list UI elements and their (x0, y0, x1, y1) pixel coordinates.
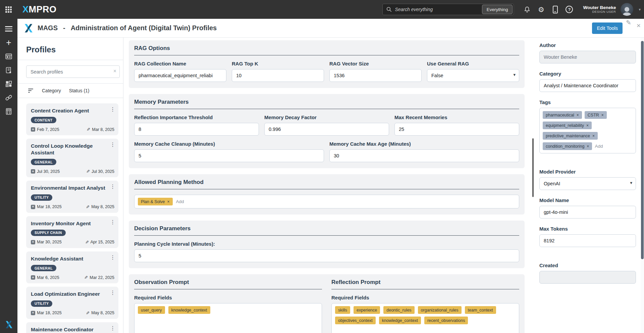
add-new-icon[interactable]: + (2, 36, 15, 49)
category-label: Category (539, 71, 636, 77)
details-panel: Author Category Tags pharmaceutical× CST… (534, 38, 641, 333)
required-field-tag[interactable]: user_query (138, 306, 165, 314)
profile-card[interactable]: Maintenance Coordinator Agent ⋮ (26, 322, 118, 333)
required-field-tag[interactable]: team_context (465, 306, 496, 314)
card-kebab-icon[interactable]: ⋮ (110, 255, 115, 260)
user-caret-down-icon[interactable]: ▾ (639, 7, 641, 12)
category-badge: GENERAL (31, 159, 56, 165)
modified-icon: ✎ (86, 204, 90, 209)
profiles-list: Content Creation Agent ⋮ CONTENT +Feb 7,… (26, 103, 120, 333)
profile-card[interactable]: Environmental Impact Analyst ⋮ UTILITY +… (26, 181, 118, 212)
rag-topk-input[interactable] (232, 69, 324, 82)
profile-card[interactable]: Inventory Monitor Agent ⋮ SUPPLY CHAIN +… (26, 216, 118, 248)
required-field-tag[interactable]: organizational_rules (418, 306, 462, 314)
filter-icon[interactable] (28, 88, 34, 93)
planning-cycle-input[interactable] (134, 249, 519, 262)
reflection-required-fields[interactable]: skills experience deontic_rules organiza… (331, 303, 519, 333)
app-window-icon[interactable] (2, 50, 15, 63)
profile-card[interactable]: Knowledge Assistant ⋮ GENERAL +Mar 6, 20… (26, 251, 118, 283)
help-icon[interactable]: ? (564, 4, 575, 15)
tag-remove-icon[interactable]: × (577, 113, 579, 117)
user-menu[interactable]: Wouter Beneke DESIGN USER (583, 5, 616, 14)
card-kebab-icon[interactable]: ⋮ (110, 107, 115, 112)
link-icon[interactable] (2, 91, 15, 104)
use-general-rag-label: Use General RAG (427, 61, 519, 66)
category-input[interactable] (539, 79, 636, 92)
reflection-threshold-input[interactable] (134, 123, 259, 136)
tags-box[interactable]: pharmaceutical× CSTR× equipment_reliabil… (539, 108, 636, 153)
tag: predictive_maintenance× (543, 132, 598, 140)
required-field-tag[interactable]: knowledge_context (168, 306, 210, 314)
script-document-icon[interactable] (2, 63, 15, 77)
sidebar-toggle-hamburger-icon[interactable] (2, 22, 15, 36)
card-kebab-icon[interactable]: ⋮ (110, 184, 115, 189)
section-title: Allowed Planning Method (134, 179, 519, 186)
global-search: Everything (382, 4, 514, 15)
search-icon (386, 6, 392, 12)
required-field-tag[interactable]: knowledge_context (379, 317, 421, 324)
cache-max-age-input[interactable] (329, 149, 519, 162)
settings-gear-icon[interactable]: ⚙ (535, 4, 547, 15)
max-recent-memories-input[interactable] (394, 123, 519, 136)
profile-card[interactable]: Content Creation Agent ⋮ CONTENT +Feb 7,… (26, 103, 118, 135)
tag-remove-icon[interactable]: × (601, 113, 604, 117)
add-method-hint[interactable]: Add (176, 199, 184, 204)
created-date: +Feb 7, 2025 (31, 127, 59, 132)
profile-card[interactable]: Control Loop Knowledge Assistant ⋮ GENER… (26, 139, 118, 177)
model-provider-select[interactable]: OpenAI (539, 177, 636, 190)
required-fields-label: Required Fields (134, 295, 322, 300)
use-general-rag-select[interactable]: False (427, 69, 519, 82)
modified-icon: ✎ (85, 240, 89, 245)
planning-method-tag: Plan & Solve× (138, 198, 173, 205)
filter-bar: Category Status (1) (17, 83, 123, 98)
required-field-tag[interactable]: objectives_context (335, 317, 376, 324)
tag-remove-icon[interactable]: × (167, 200, 170, 204)
card-kebab-icon[interactable]: ⋮ (110, 290, 115, 295)
edit-pencil-icon[interactable]: ✎ (626, 19, 631, 27)
details-scrollbar-thumb[interactable] (641, 41, 644, 259)
search-scope-button[interactable]: Everything (482, 5, 513, 14)
created-date: +Mar 6, 2025 (31, 275, 59, 280)
rag-vector-size-input[interactable] (329, 69, 422, 82)
blocks-grid-icon[interactable] (2, 77, 15, 91)
card-kebab-icon[interactable]: ⋮ (110, 142, 115, 147)
close-icon[interactable]: × (637, 21, 641, 30)
search-clear-icon[interactable]: × (113, 68, 116, 74)
tag-remove-icon[interactable]: × (587, 144, 589, 148)
model-name-input[interactable] (539, 206, 636, 219)
created-input (539, 271, 636, 284)
tag: equipment_reliability× (543, 122, 592, 129)
profile-card[interactable]: Load Optimization Engineer ⋮ UTILITY +Ma… (26, 287, 118, 319)
card-kebab-icon[interactable]: ⋮ (110, 326, 115, 331)
edit-tools-button[interactable]: Edit Tools (592, 22, 623, 34)
created-date: +Mar 30, 2025 (31, 240, 62, 245)
search-profiles-input[interactable] (26, 65, 120, 78)
rag-collection-input[interactable] (134, 69, 226, 82)
max-tokens-input[interactable] (539, 234, 636, 247)
created-icon: + (31, 127, 35, 132)
card-kebab-icon[interactable]: ⋮ (110, 220, 115, 225)
filter-status[interactable]: Status (1) (69, 88, 90, 93)
required-field-tag[interactable]: recent_observations (424, 317, 468, 324)
notifications-bell-icon[interactable] (521, 4, 533, 15)
avatar[interactable] (621, 3, 633, 16)
global-search-input[interactable] (392, 7, 482, 12)
add-tag-hint[interactable]: Add (595, 144, 603, 149)
filter-category[interactable]: Category (42, 88, 61, 93)
details-scrollbar (641, 38, 644, 333)
calculator-icon[interactable] (2, 105, 15, 118)
observation-required-fields[interactable]: user_query knowledge_context (134, 303, 322, 333)
category-badge: CONTENT (31, 117, 56, 123)
cache-max-age-label: Memory Cache Max Age (Minutes) (329, 141, 519, 147)
required-field-tag[interactable]: deontic_rules (383, 306, 414, 314)
memory-decay-input[interactable] (264, 123, 389, 136)
tag-remove-icon[interactable]: × (592, 134, 595, 138)
required-field-tag[interactable]: skills (335, 306, 350, 314)
planning-method-tagbox[interactable]: Plan & Solve× Add (134, 195, 519, 208)
required-field-tag[interactable]: experience (354, 306, 380, 314)
cache-cleanup-input[interactable] (134, 149, 324, 162)
tag-remove-icon[interactable]: × (586, 124, 589, 128)
form-scrollbar-thumb[interactable] (532, 138, 534, 197)
apps-grid-icon[interactable] (4, 5, 13, 14)
mobile-device-icon[interactable] (549, 4, 561, 15)
